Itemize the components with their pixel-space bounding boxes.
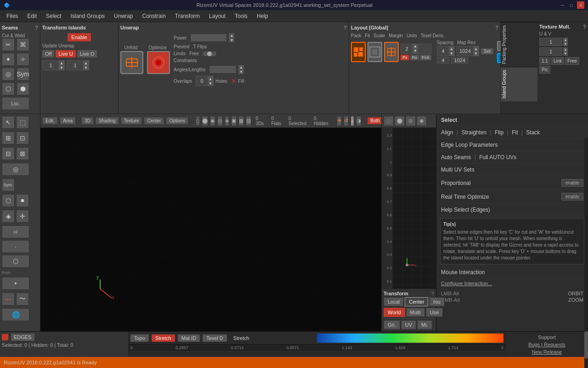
set-button[interactable]: Set bbox=[481, 48, 493, 54]
center-button[interactable]: Center bbox=[144, 117, 164, 125]
enable-button[interactable]: Enable bbox=[68, 33, 90, 41]
spacing-up[interactable]: ▲ bbox=[449, 46, 454, 51]
3d-viewport[interactable]: Edit. Area 3D Shading Texture Center Opt… bbox=[40, 114, 381, 331]
angles-down[interactable]: ▼ bbox=[238, 69, 244, 74]
rect-select-icon[interactable]: ⬚ bbox=[16, 116, 29, 129]
globe-icon[interactable]: ◎ bbox=[2, 163, 29, 176]
dot2-icon[interactable]: • bbox=[2, 277, 29, 290]
bugs-button[interactable]: Bugs | Requests bbox=[528, 342, 565, 347]
ratio-button[interactable]: 1:1 bbox=[539, 57, 550, 65]
off-button[interactable]: Off bbox=[42, 50, 54, 58]
multi-button[interactable]: Multi bbox=[406, 308, 425, 317]
center-button[interactable]: Center bbox=[405, 297, 428, 306]
shape8-icon[interactable]: ▧ bbox=[246, 116, 251, 126]
off-button[interactable]: Topo bbox=[130, 334, 149, 342]
uv-sphere-icon[interactable]: ⬤ bbox=[395, 116, 405, 126]
link-button[interactable]: Link bbox=[551, 57, 564, 65]
shape6-icon[interactable]: ▣ bbox=[231, 116, 237, 126]
world-button[interactable]: World bbox=[384, 308, 405, 317]
seam-icon8[interactable]: ⬢ bbox=[17, 82, 29, 95]
align-straighten-item[interactable]: Align | Straighten | Flip | Fit | Stack bbox=[436, 126, 588, 139]
tool-icon7[interactable]: ◈ bbox=[2, 210, 15, 223]
tool-icon4[interactable]: ⊠ bbox=[16, 147, 29, 160]
uv-globe-icon[interactable]: ◎ bbox=[406, 116, 416, 126]
angles-up[interactable]: ▲ bbox=[238, 65, 244, 69]
spinner1-up[interactable]: ▲ bbox=[59, 61, 64, 65]
pic-button[interactable]: Pic bbox=[539, 66, 550, 74]
mi-button[interactable]: Mi. bbox=[417, 320, 432, 329]
gri-button[interactable]: Gri. bbox=[384, 320, 400, 329]
close-button[interactable]: ✕ bbox=[577, 1, 584, 9]
window-controls[interactable]: ─ □ ✕ bbox=[559, 1, 584, 9]
capsule-icon[interactable]: ◑ bbox=[356, 116, 362, 126]
uv-viewport-area[interactable]: 1.2 1.1 1 0.9 0.8 0.7 0.6 0.5 0.4 0.3 0.… bbox=[382, 128, 436, 289]
sphere-icon[interactable]: ● bbox=[351, 116, 355, 126]
tex-v2-down[interactable]: ▼ bbox=[563, 52, 568, 56]
menu-tools[interactable]: Tools bbox=[230, 12, 252, 21]
spacing2-input[interactable] bbox=[437, 58, 449, 63]
real-time-enable[interactable]: enable bbox=[561, 193, 583, 201]
optimize-icon[interactable] bbox=[147, 51, 170, 74]
dot-icon[interactable]: · bbox=[2, 240, 29, 253]
tool-icon5[interactable]: ⬡ bbox=[2, 194, 15, 207]
live-o-button[interactable]: Live O bbox=[77, 50, 97, 58]
scale-up[interactable]: ▲ bbox=[413, 44, 418, 49]
free-button[interactable]: Free bbox=[565, 57, 579, 65]
spinner1-input[interactable] bbox=[43, 63, 59, 68]
pick-button[interactable]: Pick bbox=[420, 55, 431, 60]
power-up[interactable]: ▲ bbox=[229, 33, 234, 38]
menu-constrain[interactable]: Constrain bbox=[137, 12, 170, 21]
tool-icon3[interactable]: ⊟ bbox=[2, 147, 15, 160]
menu-transform[interactable]: Transform bbox=[170, 12, 204, 21]
local-button[interactable]: Local bbox=[384, 297, 404, 306]
re-button[interactable]: Re bbox=[410, 55, 419, 60]
scale-down[interactable]: ▼ bbox=[413, 49, 418, 53]
seam-icon5[interactable]: ◎ bbox=[2, 68, 15, 80]
angles-bar[interactable] bbox=[209, 65, 237, 74]
map-rez-up[interactable]: ▲ bbox=[473, 46, 479, 51]
shape3-icon[interactable]: ◉ bbox=[210, 116, 215, 126]
menu-layout[interactable]: Layout bbox=[204, 12, 230, 21]
packing-properties-tab[interactable]: Packing Properties bbox=[501, 22, 537, 67]
shading-button[interactable]: Shading bbox=[96, 117, 119, 125]
viewport-canvas[interactable]: y x bbox=[40, 128, 381, 331]
minimize-button[interactable]: ─ bbox=[559, 1, 566, 9]
texel-d-button[interactable]: Texel D bbox=[203, 334, 227, 342]
edge-loop-item[interactable]: Edge Loop Parameters bbox=[436, 139, 588, 151]
sym-icon[interactable]: Sym. bbox=[2, 178, 15, 191]
auto-seams-item[interactable]: Auto Seams | Full AUTO UVs bbox=[436, 151, 588, 164]
move-icon[interactable]: ✛ bbox=[337, 116, 342, 126]
shape7-icon[interactable]: ▦ bbox=[238, 116, 244, 126]
spinner1-down[interactable]: ▼ bbox=[59, 65, 64, 70]
menu-unwrap[interactable]: Unwrap bbox=[109, 12, 137, 21]
use-button[interactable]: Use bbox=[426, 308, 443, 317]
x2-icon[interactable]: x2 bbox=[2, 225, 29, 238]
seam-icon7[interactable]: ⬡ bbox=[2, 82, 15, 95]
iou-button[interactable]: Iou bbox=[429, 297, 444, 306]
texture-val1-input[interactable] bbox=[539, 38, 562, 46]
map-rez2-input[interactable] bbox=[452, 58, 468, 63]
weld-icon[interactable]: ⌘ bbox=[17, 38, 29, 51]
paint-icon[interactable]: — bbox=[2, 293, 15, 305]
both-button[interactable]: Both bbox=[367, 117, 381, 125]
uv-grid[interactable]: u bbox=[393, 128, 436, 289]
tool-icon8[interactable]: ✛ bbox=[16, 210, 29, 223]
overlaps-up[interactable]: ▲ bbox=[208, 76, 213, 81]
fit-button[interactable] bbox=[368, 42, 382, 62]
seam-icon6[interactable]: Sym bbox=[17, 68, 29, 80]
overlaps-down[interactable]: ▼ bbox=[208, 81, 213, 86]
shape2-icon[interactable]: ⬤ bbox=[202, 116, 208, 126]
menu-help[interactable]: Help bbox=[252, 12, 273, 21]
tool-icon2[interactable]: ⊡ bbox=[16, 132, 29, 144]
proportional-enable[interactable]: enable bbox=[561, 179, 583, 187]
uv-button[interactable]: UV bbox=[401, 320, 416, 329]
shape1-icon[interactable]: □ bbox=[196, 116, 200, 126]
options-button[interactable]: Options bbox=[166, 117, 188, 125]
texture-val2-input[interactable] bbox=[539, 47, 562, 56]
globe2-icon[interactable]: 🌐 bbox=[2, 308, 29, 321]
menu-files[interactable]: Files bbox=[2, 12, 23, 21]
tool-icon1[interactable]: ⊞ bbox=[2, 132, 15, 144]
scale-input[interactable] bbox=[401, 46, 413, 52]
uv-cylinder-icon[interactable]: ◉ bbox=[417, 116, 427, 126]
map-rez-down[interactable]: ▼ bbox=[473, 51, 479, 56]
